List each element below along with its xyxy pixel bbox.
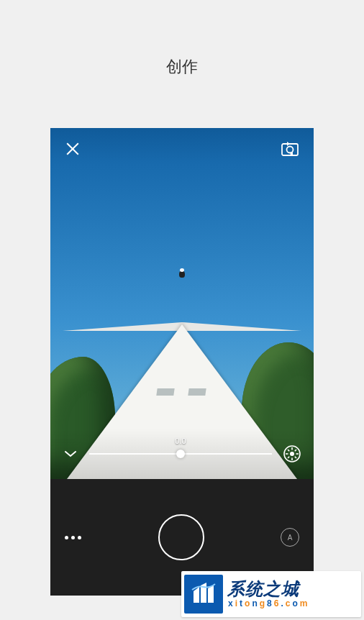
shutter-button[interactable] [158, 514, 204, 560]
exposure-value-label: 0.0 [175, 437, 186, 445]
watermark-logo-icon [184, 575, 223, 614]
camera-screen: 0.0 [50, 128, 314, 596]
more-icon[interactable] [65, 536, 81, 539]
close-icon[interactable] [65, 141, 81, 157]
bird [179, 270, 185, 278]
svg-line-8 [288, 450, 289, 451]
svg-point-3 [290, 452, 294, 456]
watermark-text: 系统之城 x i t o n g 8 6 . c o m [227, 580, 308, 608]
exposure-slider[interactable]: 0.0 [89, 445, 272, 462]
viewfinder[interactable]: 0.0 [50, 128, 314, 479]
brightness-icon[interactable] [282, 444, 302, 464]
page-title: 创作 [166, 56, 198, 78]
switch-camera-icon[interactable] [281, 141, 299, 157]
house-vent [188, 388, 206, 396]
svg-line-10 [288, 457, 289, 458]
watermark-url: x i t o n g 8 6 . c o m [227, 599, 308, 608]
slider-handle[interactable] [176, 450, 185, 458]
watermark: 系统之城 x i t o n g 8 6 . c o m [181, 571, 361, 617]
svg-line-11 [295, 450, 296, 451]
svg-rect-0 [282, 144, 298, 155]
house-vent [156, 388, 174, 396]
chevron-down-icon[interactable] [62, 445, 79, 462]
exposure-slider-area: 0.0 [50, 429, 314, 479]
svg-point-1 [287, 147, 294, 153]
watermark-title: 系统之城 [227, 580, 308, 598]
svg-line-9 [295, 457, 296, 458]
camera-top-bar [50, 128, 314, 170]
auto-mode-button[interactable]: A [281, 528, 299, 547]
